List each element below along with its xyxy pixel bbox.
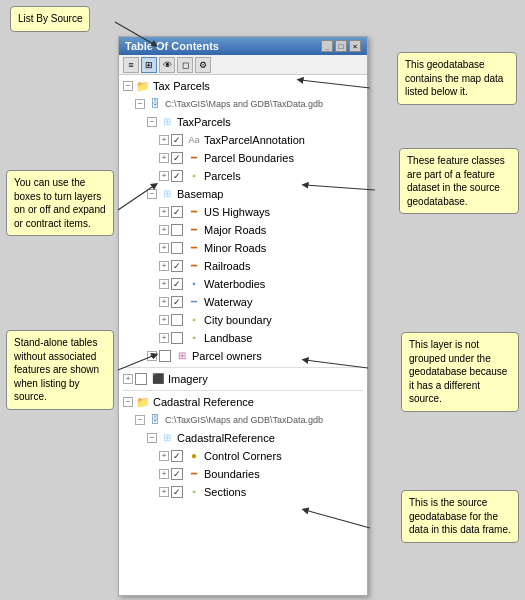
- checkbox-imagery[interactable]: [135, 373, 147, 385]
- layer-parcel-boundaries[interactable]: + ✓ ━ Parcel Boundaries: [119, 149, 367, 167]
- expand-gdb-cadastral[interactable]: −: [135, 415, 145, 425]
- expand-cadastral-reference[interactable]: −: [123, 397, 133, 407]
- toc-window: Table Of Contents _ □ × ≡ ⊞ 👁 ◻ ⚙ − 📁 Ta…: [118, 36, 368, 596]
- layer-minor-roads[interactable]: + ━ Minor Roads: [119, 239, 367, 257]
- separator-2: [123, 390, 363, 391]
- expand-gdb-tax[interactable]: −: [135, 99, 145, 109]
- boundaries-icon: ━: [186, 466, 202, 482]
- layer-waterway-label: Waterway: [204, 294, 253, 310]
- group-tax-parcels-label: Tax Parcels: [153, 78, 210, 94]
- layer-parcels[interactable]: + ✓ ▪ Parcels: [119, 167, 367, 185]
- checkbox-parcel-owners[interactable]: [159, 350, 171, 362]
- dataset-icon: ⊞: [159, 114, 175, 130]
- geodatabase-path-tax: − 🗄 C:\TaxGIS\Maps and GDB\TaxData.gdb: [119, 95, 367, 113]
- expand-taxparcelannotation[interactable]: +: [159, 135, 169, 145]
- geodatabase-cadastral-icon: 🗄: [147, 412, 163, 428]
- expand-minor-roads[interactable]: +: [159, 243, 169, 253]
- checkbox-us-highways[interactable]: ✓: [171, 206, 183, 218]
- layer-us-highways[interactable]: + ✓ ━ US Highways: [119, 203, 367, 221]
- checkbox-minor-roads[interactable]: [171, 242, 183, 254]
- expand-major-roads[interactable]: +: [159, 225, 169, 235]
- close-button[interactable]: ×: [349, 40, 361, 52]
- layer-city-boundary-label: City boundary: [204, 312, 272, 328]
- list-by-source-btn[interactable]: ⊞: [141, 57, 157, 73]
- dataset-basemap[interactable]: − ⊞ Basemap: [119, 185, 367, 203]
- checkbox-control-corners[interactable]: ✓: [171, 450, 183, 462]
- expand-us-highways[interactable]: +: [159, 207, 169, 217]
- line-icon: ━: [186, 150, 202, 166]
- group-cadastral-reference[interactable]: − 📁 Cadastral Reference: [119, 393, 367, 411]
- polygon-icon: ▪: [186, 168, 202, 184]
- expand-boundaries[interactable]: +: [159, 469, 169, 479]
- expand-sections[interactable]: +: [159, 487, 169, 497]
- callout-geodatabase: This geodatabase contains the map data l…: [397, 52, 517, 105]
- checkbox-city-boundary[interactable]: [171, 314, 183, 326]
- maximize-button[interactable]: □: [335, 40, 347, 52]
- list-by-selection-btn[interactable]: ◻: [177, 57, 193, 73]
- layer-boundaries[interactable]: + ✓ ━ Boundaries: [119, 465, 367, 483]
- major-roads-icon: ━: [186, 222, 202, 238]
- layer-imagery[interactable]: + ⬛ Imagery: [119, 370, 367, 388]
- expand-city-boundary[interactable]: +: [159, 315, 169, 325]
- checkbox-railroads[interactable]: ✓: [171, 260, 183, 272]
- layer-railroads[interactable]: + ✓ ━ Railroads: [119, 257, 367, 275]
- checkbox-boundaries[interactable]: ✓: [171, 468, 183, 480]
- minimize-button[interactable]: _: [321, 40, 333, 52]
- layer-landbase[interactable]: + ▪ Landbase: [119, 329, 367, 347]
- dataset-taxparcels-label: TaxParcels: [177, 114, 231, 130]
- group-cadastral-reference-label: Cadastral Reference: [153, 394, 254, 410]
- expand-parcels[interactable]: +: [159, 171, 169, 181]
- minor-roads-icon: ━: [186, 240, 202, 256]
- checkbox-taxparcelannotation[interactable]: ✓: [171, 134, 183, 146]
- expand-waterbodies[interactable]: +: [159, 279, 169, 289]
- layer-waterway[interactable]: + ✓ ━ Waterway: [119, 293, 367, 311]
- layer-control-corners[interactable]: + ✓ ● Control Corners: [119, 447, 367, 465]
- callout-different-source: This layer is not grouped under the geod…: [401, 332, 519, 412]
- expand-basemap[interactable]: −: [147, 189, 157, 199]
- layer-sections[interactable]: + ✓ ▪ Sections: [119, 483, 367, 501]
- expand-landbase[interactable]: +: [159, 333, 169, 343]
- checkbox-landbase[interactable]: [171, 332, 183, 344]
- control-corners-icon: ●: [186, 448, 202, 464]
- geodatabase-path-cadastral: − 🗄 C:\TaxGIS\Maps and GDB\TaxData.gdb: [119, 411, 367, 429]
- checkbox-parcel-boundaries[interactable]: ✓: [171, 152, 183, 164]
- dataset-taxparcels[interactable]: − ⊞ TaxParcels: [119, 113, 367, 131]
- layer-taxparcelannotation-label: TaxParcelAnnotation: [204, 132, 305, 148]
- waterbodies-icon: ▪: [186, 276, 202, 292]
- group-tax-parcels[interactable]: − 📁 Tax Parcels: [119, 77, 367, 95]
- checkbox-waterway[interactable]: ✓: [171, 296, 183, 308]
- expand-waterway[interactable]: +: [159, 297, 169, 307]
- options-btn[interactable]: ⚙: [195, 57, 211, 73]
- layer-major-roads[interactable]: + ━ Major Roads: [119, 221, 367, 239]
- checkbox-waterbodies[interactable]: ✓: [171, 278, 183, 290]
- callout-feature-classes: These feature classes are part of a feat…: [399, 148, 519, 214]
- expand-parcel-owners[interactable]: +: [147, 351, 157, 361]
- layer-waterbodies[interactable]: + ✓ ▪ Waterbodies: [119, 275, 367, 293]
- folder-icon: 📁: [135, 78, 151, 94]
- layer-us-highways-label: US Highways: [204, 204, 270, 220]
- dataset-cadastralreference[interactable]: − ⊞ CadastralReference: [119, 429, 367, 447]
- cadastral-folder-icon: 📁: [135, 394, 151, 410]
- expand-cadastralreference[interactable]: −: [147, 433, 157, 443]
- geodatabase-icon: 🗄: [147, 96, 163, 112]
- list-by-drawing-order-btn[interactable]: ≡: [123, 57, 139, 73]
- toc-title-buttons: _ □ ×: [321, 40, 361, 52]
- expand-taxparcels[interactable]: −: [147, 117, 157, 127]
- raster-icon: ⬛: [150, 371, 166, 387]
- checkbox-parcels[interactable]: ✓: [171, 170, 183, 182]
- expand-tax-parcels[interactable]: −: [123, 81, 133, 91]
- checkbox-sections[interactable]: ✓: [171, 486, 183, 498]
- table-parcel-owners[interactable]: + ⊞ Parcel owners: [119, 347, 367, 365]
- cadastralreference-dataset-icon: ⊞: [159, 430, 175, 446]
- expand-control-corners[interactable]: +: [159, 451, 169, 461]
- list-by-visibility-btn[interactable]: 👁: [159, 57, 175, 73]
- layer-minor-roads-label: Minor Roads: [204, 240, 266, 256]
- layer-taxparcelannotation[interactable]: + ✓ Aa TaxParcelAnnotation: [119, 131, 367, 149]
- table-icon: ⊞: [174, 348, 190, 364]
- checkbox-major-roads[interactable]: [171, 224, 183, 236]
- layer-city-boundary[interactable]: + ▪ City boundary: [119, 311, 367, 329]
- expand-imagery[interactable]: +: [123, 374, 133, 384]
- sections-icon: ▪: [186, 484, 202, 500]
- expand-parcel-boundaries[interactable]: +: [159, 153, 169, 163]
- expand-railroads[interactable]: +: [159, 261, 169, 271]
